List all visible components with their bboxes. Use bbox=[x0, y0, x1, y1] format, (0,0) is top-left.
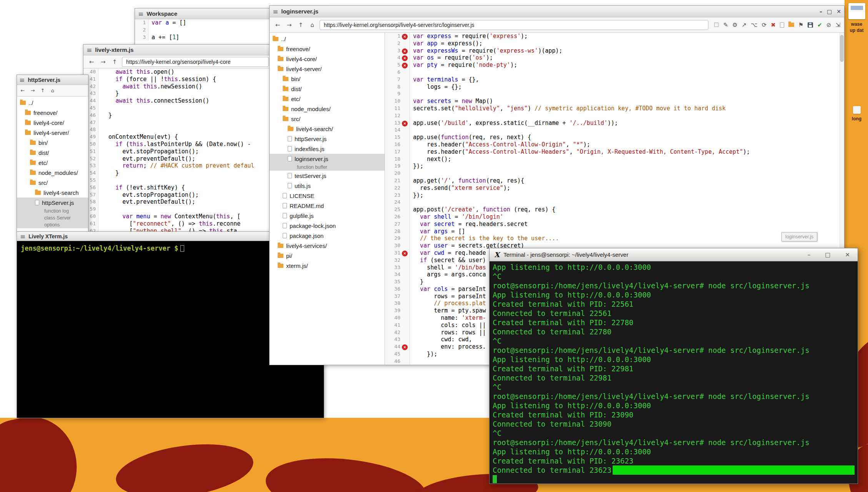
maximize-button[interactable]: □ bbox=[827, 8, 832, 15]
forward-button[interactable]: → bbox=[98, 57, 108, 67]
tree-item-freenove[interactable]: freenove/ bbox=[17, 108, 88, 118]
tree-item-LICENSE[interactable]: LICENSE bbox=[270, 191, 385, 201]
error-marker-icon[interactable]: × bbox=[402, 121, 408, 126]
menu-icon[interactable]: ≡ bbox=[20, 233, 25, 240]
hierarchy-icon[interactable]: ⌥ bbox=[751, 22, 757, 28]
tree-item-xterm.js[interactable]: xterm.js/ bbox=[270, 261, 385, 271]
tree-item-..[interactable]: ../ bbox=[17, 98, 88, 108]
tree-subitem[interactable]: function buffer bbox=[270, 164, 385, 171]
maximize-button[interactable]: □ bbox=[825, 251, 830, 258]
tree-item-lively4-core[interactable]: lively4-core/ bbox=[17, 118, 88, 128]
tree-item-lively4-core[interactable]: lively4-core/ bbox=[270, 54, 385, 64]
tree-item-testServer.js[interactable]: testServer.js bbox=[270, 171, 385, 181]
tree-item-lively4-services[interactable]: lively4-services/ bbox=[270, 241, 385, 251]
close-button[interactable]: ✕ bbox=[836, 8, 841, 15]
trash-icon[interactable]: ✖ bbox=[771, 22, 776, 28]
new-file-icon[interactable] bbox=[780, 22, 784, 28]
window-titlebar[interactable]: ≡ httpServer.js bbox=[17, 75, 88, 85]
sync-icon[interactable]: ⟳ bbox=[762, 22, 767, 28]
tree-item-node_modules[interactable]: node_modules/ bbox=[270, 104, 385, 114]
menu-icon[interactable]: ≡ bbox=[273, 8, 278, 15]
tree-item-src[interactable]: src/ bbox=[270, 114, 385, 124]
tree-item-node_modules[interactable]: node_modules/ bbox=[17, 168, 88, 178]
tree-item-dist[interactable]: dist/ bbox=[17, 148, 88, 158]
tree-item-package-lock.json[interactable]: package-lock.json bbox=[270, 221, 385, 231]
tree-item-indexfiles.js[interactable]: indexfiles.js bbox=[270, 144, 385, 154]
tree-item-etc[interactable]: etc/ bbox=[17, 158, 88, 168]
tree-item-package.json[interactable]: package.json bbox=[270, 231, 385, 241]
tree-subitem[interactable]: function log bbox=[17, 208, 88, 214]
tree-subitem[interactable]: class Server bbox=[17, 214, 88, 221]
code-text bbox=[410, 126, 413, 134]
desktop-icon-label[interactable]: long bbox=[845, 116, 868, 121]
tree-item-lively4-search[interactable]: lively4-search bbox=[17, 188, 88, 198]
forward-button[interactable]: → bbox=[28, 86, 37, 95]
tree-item-lively4-search[interactable]: lively4-search/ bbox=[270, 124, 385, 134]
tree-subitem[interactable]: options bbox=[17, 221, 88, 228]
error-marker-icon[interactable]: × bbox=[402, 48, 408, 54]
tree-item-lively4-server[interactable]: lively4-server/ bbox=[270, 64, 385, 74]
tree-item-freenove[interactable]: freenove/ bbox=[270, 44, 385, 54]
tree-item-httpServer.js[interactable]: httpServer.js bbox=[17, 198, 88, 208]
error-marker-icon[interactable]: × bbox=[402, 55, 408, 61]
folder-icon[interactable] bbox=[788, 23, 794, 27]
back-button[interactable]: ← bbox=[273, 20, 283, 30]
up-button[interactable]: ↑ bbox=[296, 20, 306, 30]
forward-button[interactable]: → bbox=[284, 20, 294, 30]
menu-icon[interactable]: ≡ bbox=[87, 46, 92, 54]
error-marker-icon[interactable]: × bbox=[402, 344, 408, 350]
tree-item-gulpfile.js[interactable]: gulpfile.js bbox=[270, 211, 385, 221]
minimize-button[interactable]: – bbox=[820, 8, 822, 15]
tree-item-label: lively4-server/ bbox=[33, 130, 69, 136]
code-editor[interactable]: 40 await this.open()41 if (force || !thi… bbox=[83, 68, 272, 234]
url-input[interactable] bbox=[320, 20, 708, 30]
desktop-icon[interactable] bbox=[853, 106, 861, 114]
tree-item-bin[interactable]: bin/ bbox=[17, 138, 88, 148]
accept-icon[interactable]: ✔ bbox=[817, 22, 822, 28]
tree-item-src[interactable]: src/ bbox=[17, 178, 88, 188]
tree-item-pi[interactable]: pi/ bbox=[270, 251, 385, 261]
tree-item-dist[interactable]: dist/ bbox=[270, 84, 385, 94]
tree-item-README.md[interactable]: README.md bbox=[270, 201, 385, 211]
menu-icon[interactable]: ≡ bbox=[138, 10, 143, 18]
cancel-icon[interactable]: ⊘ bbox=[826, 22, 831, 28]
desktop-icon-label[interactable]: up dat bbox=[845, 28, 868, 33]
tree-item-label: node_modules/ bbox=[38, 170, 78, 176]
window-titlebar[interactable]: ≡ lively-xterm.js bbox=[83, 45, 272, 55]
desktop-icon-label[interactable]: wase bbox=[845, 22, 868, 27]
brush-icon[interactable]: ✎ bbox=[723, 22, 728, 28]
tree-item-..[interactable]: ../ bbox=[270, 34, 385, 44]
terminal-output[interactable]: App listening to http://0.0.0.0:3000^Cro… bbox=[490, 261, 858, 484]
tree-item-etc[interactable]: etc/ bbox=[270, 94, 385, 104]
error-marker-icon[interactable]: × bbox=[402, 34, 408, 40]
tree-item-httpServer.js[interactable]: httpServer.js bbox=[270, 134, 385, 144]
desktop-icon[interactable] bbox=[848, 3, 865, 19]
up-button[interactable]: ↑ bbox=[38, 86, 47, 95]
line-number-gutter: 43 bbox=[385, 336, 410, 343]
save-icon[interactable] bbox=[808, 22, 813, 28]
back-button[interactable]: ← bbox=[18, 86, 27, 95]
window-title: Terminal - jens@sensorpi: ~/lively4/live… bbox=[503, 251, 628, 258]
close-button[interactable]: ✕ bbox=[845, 251, 850, 258]
tree-item-utils.js[interactable]: utils.js bbox=[270, 181, 385, 191]
flag-icon[interactable]: ⚑ bbox=[798, 22, 803, 28]
error-marker-icon[interactable]: × bbox=[402, 251, 408, 256]
tree-item-lively4-server[interactable]: lively4-server/ bbox=[17, 128, 88, 138]
minimize-button[interactable]: – bbox=[808, 251, 811, 258]
home-button[interactable]: ⌂ bbox=[307, 20, 317, 30]
tree-item-bin[interactable]: bin/ bbox=[270, 74, 385, 84]
up-button[interactable]: ↑ bbox=[110, 57, 120, 67]
menu-icon[interactable]: ≡ bbox=[19, 76, 25, 84]
back-button[interactable]: ← bbox=[87, 57, 97, 67]
tree-item-loginserver.js[interactable]: loginserver.js bbox=[270, 154, 385, 164]
frame-icon[interactable]: ☐ bbox=[714, 22, 719, 28]
home-button[interactable]: ⌂ bbox=[48, 86, 57, 95]
url-input[interactable] bbox=[122, 57, 269, 67]
open-external-icon[interactable]: ↗ bbox=[742, 22, 747, 28]
expand-icon[interactable]: ⇲ bbox=[835, 22, 840, 28]
error-marker-icon[interactable]: × bbox=[402, 63, 408, 68]
window-titlebar[interactable]: ≡ loginserver.js –□✕ bbox=[270, 6, 844, 17]
gear-icon[interactable]: ⚙ bbox=[732, 22, 737, 28]
window-titlebar[interactable]: X Terminal - jens@sensorpi: ~/lively4/li… bbox=[490, 248, 858, 261]
scrollbar-thumb[interactable] bbox=[840, 35, 844, 62]
